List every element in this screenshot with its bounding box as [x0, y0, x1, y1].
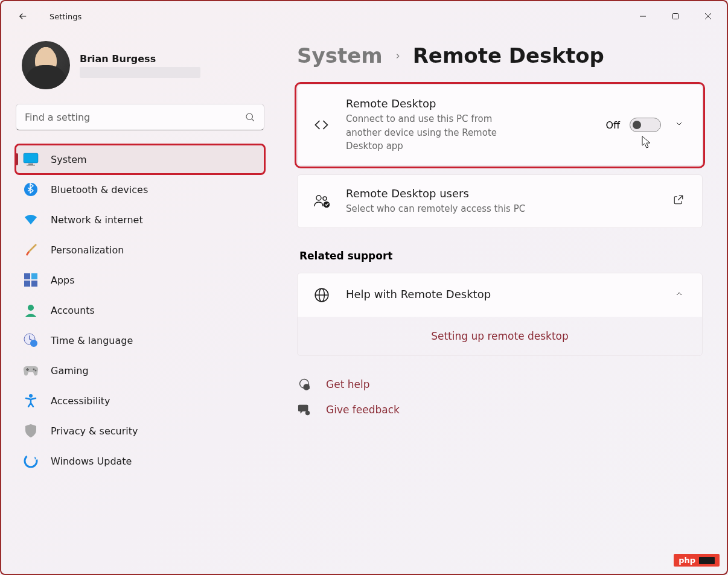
badge-decoration — [699, 557, 715, 564]
sidebar-item-label: Privacy & security — [51, 425, 138, 437]
svg-rect-6 — [24, 153, 38, 163]
arrow-left-icon — [18, 11, 28, 22]
sidebar-item-label: Apps — [51, 275, 75, 286]
link-label: Give feedback — [326, 404, 400, 416]
remote-desktop-toggle[interactable] — [630, 118, 661, 132]
get-help-link[interactable]: ? Get help — [297, 378, 703, 391]
close-button[interactable] — [694, 7, 722, 26]
svg-point-32 — [305, 411, 310, 415]
php-badge: php — [674, 554, 720, 567]
profile-account-placeholder — [80, 67, 200, 78]
sidebar-item-privacy[interactable]: Privacy & security — [16, 416, 264, 445]
minimize-icon — [639, 13, 647, 20]
svg-point-15 — [28, 305, 34, 311]
avatar — [22, 41, 70, 89]
sidebar-item-label: Windows Update — [51, 456, 132, 467]
card-description: Select who can remotely access this PC — [346, 202, 655, 216]
sidebar-item-network[interactable]: Network & internet — [16, 205, 264, 234]
card-title: Remote Desktop users — [346, 187, 655, 200]
svg-point-25 — [323, 197, 327, 200]
profile-block[interactable]: Brian Burgess — [22, 41, 264, 89]
svg-point-18 — [33, 369, 35, 370]
accessibility-icon — [23, 393, 39, 408]
close-icon — [704, 13, 712, 20]
svg-point-22 — [29, 394, 33, 398]
svg-text:?: ? — [305, 385, 308, 390]
open-external-icon — [673, 194, 684, 205]
collapse-button[interactable] — [671, 285, 688, 305]
sidebar: Brian Burgess System Bluetooth & devices — [1, 31, 279, 574]
chevron-up-icon — [674, 289, 684, 299]
search-icon — [244, 112, 255, 122]
sidebar-item-gaming[interactable]: Gaming — [16, 356, 264, 385]
sidebar-item-time-language[interactable]: Time & language — [16, 326, 264, 355]
minimize-button[interactable] — [629, 7, 657, 26]
svg-rect-21 — [27, 368, 28, 371]
remote-desktop-users-card[interactable]: Remote Desktop users Select who can remo… — [297, 174, 703, 229]
remote-connect-icon — [312, 116, 331, 133]
titlebar: Settings — [1, 1, 727, 31]
sidebar-item-accounts[interactable]: Accounts — [16, 296, 264, 325]
sidebar-item-accessibility[interactable]: Accessibility — [16, 386, 264, 415]
svg-rect-1 — [673, 14, 679, 19]
sidebar-item-label: Time & language — [51, 335, 133, 346]
cursor-icon — [642, 136, 653, 149]
open-external-button[interactable] — [669, 191, 688, 211]
shield-icon — [23, 423, 39, 439]
sidebar-item-windows-update[interactable]: Windows Update — [16, 446, 264, 475]
card-title: Remote Desktop — [346, 97, 591, 110]
svg-rect-14 — [31, 281, 37, 287]
svg-point-23 — [25, 455, 37, 467]
setting-up-remote-desktop-link[interactable]: Setting up remote desktop — [298, 317, 702, 355]
users-icon — [312, 194, 331, 208]
clock-globe-icon — [23, 332, 39, 348]
feedback-icon — [297, 403, 311, 416]
chevron-right-icon — [394, 48, 402, 63]
svg-rect-11 — [24, 273, 30, 279]
sidebar-item-label: Accounts — [51, 305, 95, 316]
breadcrumb: System Remote Desktop — [297, 43, 703, 68]
window-title: Settings — [49, 12, 81, 21]
toggle-state-label: Off — [605, 119, 620, 131]
link-label: Get help — [326, 378, 369, 390]
help-card-group: Help with Remote Desktop Setting up remo… — [297, 273, 703, 356]
sidebar-item-system[interactable]: System — [16, 145, 264, 174]
help-with-remote-desktop-card[interactable]: Help with Remote Desktop — [298, 273, 702, 317]
search-input[interactable] — [25, 112, 244, 123]
monitor-icon — [23, 151, 39, 167]
badge-text: php — [679, 556, 695, 565]
apps-icon — [23, 272, 39, 288]
expand-button[interactable] — [671, 115, 688, 135]
main-content: System Remote Desktop Remote Desktop Con… — [279, 31, 727, 574]
person-icon — [23, 302, 39, 318]
svg-point-4 — [246, 113, 253, 120]
svg-point-19 — [35, 370, 37, 372]
svg-point-10 — [24, 183, 37, 196]
svg-line-5 — [252, 119, 254, 121]
sidebar-item-bluetooth[interactable]: Bluetooth & devices — [16, 175, 264, 204]
help-chat-icon: ? — [297, 378, 311, 391]
card-description: Connect to and use this PC from another … — [346, 112, 515, 153]
wifi-icon — [23, 212, 39, 227]
back-button[interactable] — [11, 4, 35, 28]
paintbrush-icon — [23, 242, 39, 258]
breadcrumb-parent[interactable]: System — [297, 43, 383, 68]
maximize-button[interactable] — [662, 7, 689, 26]
maximize-icon — [672, 13, 679, 20]
sidebar-item-label: Gaming — [51, 365, 89, 376]
sidebar-item-label: System — [51, 154, 87, 165]
search-box[interactable] — [16, 104, 264, 130]
breadcrumb-current: Remote Desktop — [413, 43, 604, 68]
update-icon — [23, 453, 39, 469]
chevron-down-icon — [674, 119, 684, 129]
give-feedback-link[interactable]: Give feedback — [297, 403, 703, 416]
svg-point-17 — [30, 340, 37, 347]
svg-rect-13 — [24, 281, 30, 287]
sidebar-item-apps[interactable]: Apps — [16, 265, 264, 294]
svg-rect-8 — [28, 164, 33, 165]
remote-desktop-card[interactable]: Remote Desktop Connect to and use this P… — [297, 84, 703, 166]
sidebar-item-label: Accessibility — [51, 395, 110, 407]
sidebar-item-personalization[interactable]: Personalization — [16, 235, 264, 264]
globe-help-icon — [312, 287, 331, 303]
nav-list: System Bluetooth & devices Network & int… — [16, 145, 264, 475]
